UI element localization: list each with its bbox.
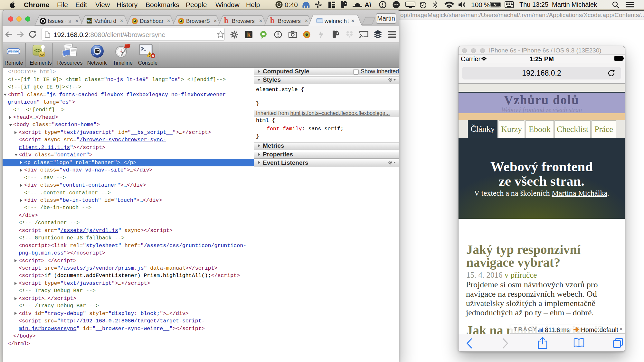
svg-text:<>: <> xyxy=(40,53,44,57)
